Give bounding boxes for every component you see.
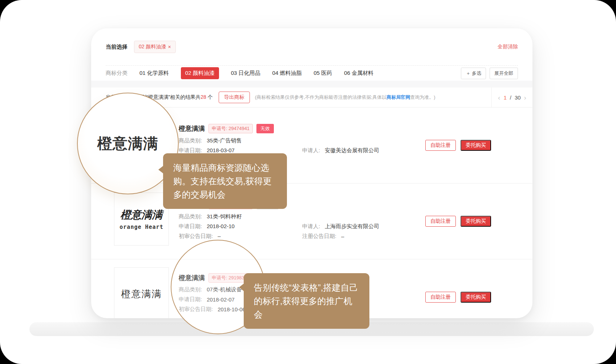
page-separator: /	[510, 94, 511, 101]
results-count: 28	[200, 94, 206, 100]
category-item-06[interactable]: 06 金属材料	[344, 70, 373, 77]
category-field-label: 商品类别:	[179, 213, 202, 220]
current-page: 1	[503, 94, 506, 101]
clear-all-button[interactable]: 全部清除	[498, 44, 518, 50]
table-row: 橙意满满 orange Heart 橙意满满 申请号: 29482153 已注册…	[91, 183, 532, 259]
results-disclaimer: (商标检索结果仅供参考,不作为商标能否注册的法律依据;具体以商标局官网查询为准。…	[255, 94, 435, 101]
applicant-value: 安徽美达会展有限公司	[325, 147, 379, 154]
expand-all-button[interactable]: 展开全部	[490, 68, 518, 79]
tooltip-marketplace: 海量精品商标资源随心选购。支持在线交易,获得更多的交易机会	[163, 153, 287, 209]
export-trademarks-button[interactable]: 导出商标	[219, 92, 250, 103]
current-selection-bar: 当前选择 02 颜料油漆 × 全部清除	[106, 28, 518, 66]
registration-publication-value: –	[341, 233, 344, 239]
trademark-image-text: 橙意满满	[121, 288, 162, 300]
entrust-purchase-button[interactable]: 委托购买	[461, 140, 491, 151]
disclaimer-text: (商标检索结果仅供参考,不作为商标能否注册的法律依据;具体以	[255, 94, 387, 100]
application-number-badge: 申请号: 29474941	[208, 124, 253, 133]
trademark-office-link[interactable]: 商标局官网	[386, 94, 410, 100]
apply-date-label: 申请日期:	[179, 223, 202, 230]
entrust-purchase-button[interactable]: 委托购买	[461, 292, 491, 303]
page: 当前选择 02 颜料油漆 × 全部清除 商标分类 01 化学原料 02 颜料油漆…	[0, 0, 616, 364]
selected-filter-tag-label: 02 颜料油漆	[139, 44, 166, 50]
applicant-label: 申请人:	[302, 223, 320, 230]
first-publication-label: 初审公告日期:	[179, 233, 213, 240]
disclaimer-text-end: 查询为准。)	[410, 94, 435, 100]
apply-date-value: 2018-03-07	[207, 147, 235, 154]
trademark-image-text: 橙意满满	[121, 208, 163, 222]
category-field-value: 31类-饲料种籽	[207, 213, 242, 220]
category-item-04[interactable]: 04 燃料油脂	[272, 70, 302, 77]
self-register-button[interactable]: 自助注册	[425, 216, 456, 227]
category-field-value: 35类-广告销售	[207, 137, 242, 144]
current-selection-label: 当前选择	[106, 44, 127, 50]
applicant-label: 申请人:	[302, 147, 320, 154]
apply-date-value: 2018-02-10	[207, 223, 235, 230]
self-register-button[interactable]: 自助注册	[425, 292, 456, 303]
first-publication-value: –	[218, 233, 220, 240]
applicant-value: 上海雨步实业有限公司	[325, 223, 379, 230]
pagination: ‹ 1 / 30 ›	[491, 88, 532, 107]
category-item-03[interactable]: 03 日化用品	[231, 70, 260, 77]
classification-label: 商标分类	[106, 70, 127, 77]
category-item-02-selected[interactable]: 02 颜料油漆	[181, 67, 219, 79]
magnified-trademark-text: 橙意满满	[97, 134, 158, 154]
tooltip-promotion: 告别传统“发表格”,搭建自己的标行,获得更多的推广机会	[244, 273, 369, 329]
classification-bar: 商标分类 01 化学原料 02 颜料油漆 03 日化用品 04 燃料油脂 05 …	[106, 66, 518, 81]
category-field-label: 商品类别:	[179, 137, 202, 144]
registration-publication-label: 注册公告日期:	[302, 233, 336, 240]
results-count-unit: 个	[206, 94, 213, 100]
category-item-05[interactable]: 05 医药	[313, 70, 332, 77]
remove-filter-icon[interactable]: ×	[168, 44, 171, 49]
selected-filter-tag[interactable]: 02 颜料油漆 ×	[134, 41, 176, 53]
category-item-01[interactable]: 01 化学原料	[139, 70, 169, 77]
status-badge: 无效	[256, 124, 274, 133]
trademark-image: 橙意满满	[114, 267, 169, 318]
apply-date-label: 申请日期:	[179, 147, 202, 154]
entrust-purchase-button[interactable]: 委托购买	[461, 216, 491, 227]
next-page-icon[interactable]: ›	[524, 94, 526, 101]
prev-page-icon[interactable]: ‹	[498, 94, 500, 101]
trademark-image: 橙意满满 orange Heart	[114, 193, 169, 246]
section-divider-band	[91, 81, 532, 88]
self-register-button[interactable]: 自助注册	[425, 140, 456, 151]
total-pages: 30	[515, 94, 521, 101]
trademark-image-subtext: orange Heart	[119, 224, 163, 230]
multi-select-button[interactable]: ＋ 多选	[461, 68, 486, 79]
trademark-name[interactable]: 橙意满满	[179, 124, 205, 133]
